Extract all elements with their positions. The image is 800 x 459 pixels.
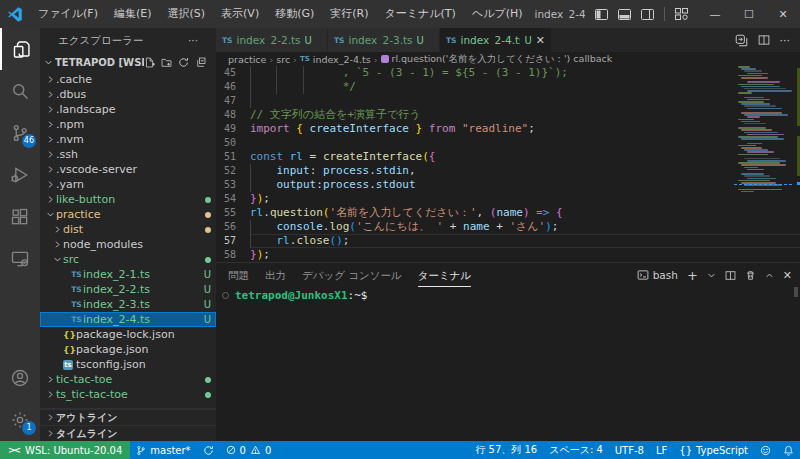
line-number[interactable]: 57 (216, 234, 250, 248)
line-number[interactable]: 46 (216, 80, 250, 94)
editor-tab-index_2-2.ts[interactable]: TSindex_2-2.tsU (216, 28, 328, 52)
activity-accounts-icon[interactable] (0, 357, 40, 399)
tree-item-index_2-2.ts[interactable]: TSindex_2-2.tsU (40, 282, 216, 297)
menu-ヘルプ[interactable]: ヘルプ(H) (464, 0, 531, 28)
terminal-dropdown-icon[interactable] (707, 271, 716, 280)
collapse-folders-icon[interactable] (195, 57, 206, 68)
menu-選択[interactable]: 選択(S) (160, 0, 214, 28)
language-mode[interactable]: {}TypeScript (673, 441, 754, 459)
line-number[interactable]: 54 (216, 192, 250, 206)
tree-item-.npm[interactable]: .npm (40, 117, 216, 132)
tree-item-index_2-4.ts[interactable]: TSindex_2-4.tsU (40, 312, 216, 327)
toggle-secondary-sidebar-icon[interactable] (641, 9, 654, 20)
line-number[interactable]: 52 (216, 164, 250, 178)
line-number[interactable]: 49 (216, 122, 250, 136)
new-folder-icon[interactable] (161, 57, 172, 68)
line-content[interactable]: }); (250, 192, 800, 206)
code-line-54[interactable]: 54}); (216, 192, 800, 206)
new-file-icon[interactable] (144, 57, 155, 68)
minimize-button[interactable]: — (698, 0, 732, 28)
line-content[interactable]: console.log('こんにちは、 ' + name + 'さん'); (250, 220, 800, 234)
workspace-section-header[interactable]: TETRAPOD [WSL: UBUN... (40, 52, 216, 72)
toggle-panel-icon[interactable] (618, 9, 631, 20)
line-content[interactable]: */ (250, 80, 800, 94)
activity-settings-icon[interactable]: 1 (0, 399, 40, 441)
tree-item-index_2-1.ts[interactable]: TSindex_2-1.tsU (40, 267, 216, 282)
line-number[interactable]: 58 (216, 248, 250, 262)
new-terminal-icon[interactable]: + (687, 268, 698, 283)
maximize-button[interactable]: ☐ (732, 0, 766, 28)
problems-indicator[interactable]: 0 0 (220, 441, 278, 459)
indentation[interactable]: スペース: 4 (543, 441, 609, 459)
close-panel-icon[interactable]: ✕ (783, 269, 792, 282)
breadcrumb-item[interactable]: practice (228, 54, 266, 65)
code-editor[interactable]: 45 , `5 - (3 - 1) = ${5 - (3 - 1)}`);46 … (216, 66, 800, 262)
tree-item-src[interactable]: src (40, 252, 216, 267)
menu-実行[interactable]: 実行(R) (322, 0, 376, 28)
close-tab-icon[interactable]: ✕ (536, 34, 545, 47)
eol-sequence[interactable]: LF (650, 441, 673, 459)
line-number[interactable]: 48 (216, 108, 250, 122)
code-line-55[interactable]: 55rl.question('名前を入力してください：', (name) => … (216, 206, 800, 220)
code-line-45[interactable]: 45 , `5 - (3 - 1) = ${5 - (3 - 1)}`); (216, 66, 800, 80)
line-content[interactable] (250, 94, 800, 108)
menu-移動[interactable]: 移動(G) (267, 0, 322, 28)
code-line-46[interactable]: 46 */ (216, 80, 800, 94)
breadcrumb-item[interactable]: index_2-4.ts (313, 54, 371, 65)
panel-tab-ターミナル[interactable]: ターミナル (418, 264, 471, 287)
activity-remote-explorer-icon[interactable] (0, 238, 40, 280)
menu-表示[interactable]: 表示(V) (213, 0, 267, 28)
menu-ファイル[interactable]: ファイル(F) (30, 0, 106, 28)
timeline-section[interactable]: タイムライン (40, 425, 216, 441)
panel-tab-問題[interactable]: 問題 (228, 264, 249, 287)
code-line-57[interactable]: 57 rl.close(); (216, 234, 800, 248)
menu-編集[interactable]: 編集(E) (106, 0, 160, 28)
cursor-position[interactable]: 行 57、列 16 (469, 441, 543, 459)
code-line-56[interactable]: 56 console.log('こんにちは、 ' + name + 'さん'); (216, 220, 800, 234)
line-content[interactable]: const rl = createInterface({ (250, 150, 800, 164)
breadcrumb-symbol[interactable]: rl.question('名前を入力してください：') callback (392, 53, 613, 66)
close-button[interactable]: ✕ (766, 0, 800, 28)
code-line-51[interactable]: 51const rl = createInterface({ (216, 150, 800, 164)
outline-section[interactable]: アウトライン (40, 409, 216, 425)
more-actions-icon[interactable]: ··· (780, 34, 791, 47)
breadcrumb-item[interactable]: src (276, 54, 290, 65)
terminal-scrollbar[interactable] (794, 287, 798, 297)
code-line-58[interactable]: 58}); (216, 248, 800, 262)
tree-item-.dbus[interactable]: .dbus (40, 87, 216, 102)
line-content[interactable]: rl.close(); (250, 234, 800, 248)
sidebar-more-actions-icon[interactable]: ··· (188, 28, 198, 52)
line-content[interactable]: }); (250, 248, 800, 262)
command-decoration-icon[interactable] (222, 292, 229, 299)
tree-item-tsconfig.json[interactable]: tstsconfig.json (40, 357, 216, 372)
sync-changes[interactable] (197, 441, 220, 459)
code-line-53[interactable]: 53 output:process.stdout (216, 178, 800, 192)
line-number[interactable]: 53 (216, 178, 250, 192)
tree-item-tic-tac-toe[interactable]: tic-tac-toe (40, 372, 216, 387)
tree-item-node_modules[interactable]: node_modules (40, 237, 216, 252)
line-content[interactable]: // 文字列の結合を+演算子で行う (250, 108, 800, 122)
code-line-48[interactable]: 48// 文字列の結合を+演算子で行う (216, 108, 800, 122)
remote-indicator[interactable]: >< WSL: Ubuntu-20.04 (0, 441, 130, 459)
activity-source-control-icon[interactable]: 46 (0, 112, 40, 154)
run-task-icon[interactable] (735, 34, 748, 47)
activity-explorer-icon[interactable] (0, 28, 40, 70)
split-editor-icon[interactable] (758, 34, 770, 46)
menu-ターミナル[interactable]: ターミナル(T) (377, 0, 464, 28)
notifications-bell-icon[interactable] (777, 441, 800, 459)
activity-search-icon[interactable] (0, 70, 40, 112)
feedback-icon[interactable] (754, 441, 777, 459)
code-line-52[interactable]: 52 input: process.stdin, (216, 164, 800, 178)
line-content[interactable]: , `5 - (3 - 1) = ${5 - (3 - 1)}`); (250, 66, 800, 80)
tree-item-dist[interactable]: dist (40, 222, 216, 237)
split-terminal-icon[interactable] (725, 270, 736, 281)
line-number[interactable]: 55 (216, 206, 250, 220)
tree-item-package.json[interactable]: {}package.json (40, 342, 216, 357)
encoding[interactable]: UTF-8 (609, 441, 650, 459)
activity-extensions-icon[interactable] (0, 196, 40, 238)
tree-item-ts_tic-tac-toe[interactable]: ts_tic-tac-toe (40, 387, 216, 402)
line-number[interactable]: 51 (216, 150, 250, 164)
tree-item-.nvm[interactable]: .nvm (40, 132, 216, 147)
minimap[interactable] (738, 66, 790, 206)
line-number[interactable]: 47 (216, 94, 250, 108)
